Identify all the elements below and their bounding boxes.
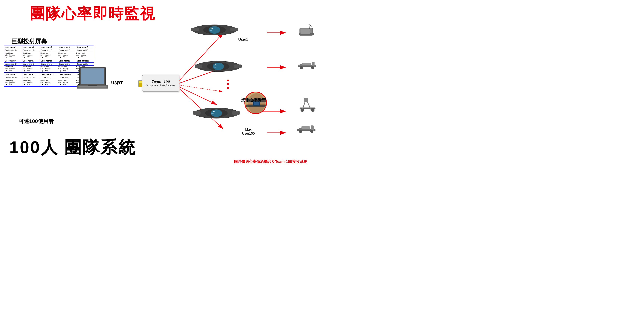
svg-text:Life: Life: [210, 28, 213, 29]
user-name-cell: User name5: [76, 46, 94, 49]
table-row: Heartrate ♥ Heartloadingin% Heartrate ♥ …: [4, 52, 94, 59]
bottom-title: 100人 團隊系統: [9, 136, 136, 159]
loading-label: Heartloadingin%: [9, 66, 14, 71]
svg-rect-39: [232, 111, 240, 115]
heart-icon: ♥: [60, 56, 61, 59]
loading-label: Heartloadingin%: [63, 80, 68, 85]
laptop-image: [76, 66, 108, 92]
device-cell: Device and ID: [58, 49, 76, 52]
loading-label: Heartloadingin%: [45, 66, 50, 71]
svg-point-68: [310, 130, 313, 133]
hr-cell: Heartrate♥ Heartloadingin%: [22, 66, 40, 73]
hr-label: Heartrate: [58, 66, 62, 70]
loading-label: Heartloadingin%: [63, 66, 68, 71]
user100-label: MaxUser100: [242, 128, 255, 136]
user-name-cell: User name3: [40, 46, 58, 49]
user-name-cell: User name13: [40, 73, 58, 76]
heart-icon: ♥: [6, 70, 7, 72]
svg-point-67: [299, 130, 302, 133]
hr-cell: Heartrate ♥ Heartloadingin%: [4, 52, 22, 59]
svg-point-54: [300, 66, 303, 69]
device-cell: Device and ID: [22, 76, 40, 79]
svg-rect-24: [191, 28, 199, 32]
svg-point-18: [227, 87, 229, 89]
main-title: 團隊心率即時監視: [30, 4, 156, 24]
loading-label: Heartloadingin%: [9, 52, 14, 58]
hr-cell: Heartrate ♥ Heartloadingin%: [22, 52, 40, 59]
loading-label: Heartloadingin%: [81, 52, 86, 58]
svg-text:Vibe: Vibe: [213, 66, 216, 68]
hr-cell: Heartrate♥ Heartloadingin%: [58, 79, 76, 86]
svg-rect-25: [230, 28, 238, 32]
svg-rect-4: [88, 85, 97, 86]
svg-rect-32: [234, 65, 242, 68]
svg-text:Vibe: Vibe: [211, 113, 214, 114]
user-name-cell: User name8: [40, 59, 58, 63]
heart-icon: ♥: [60, 70, 61, 72]
user-name-cell: User name6: [4, 59, 22, 63]
device-cell: Device and ID: [40, 63, 58, 66]
equipment-4: [297, 120, 317, 137]
hr-cell: Heartrate ♥ Heartloadingin%: [40, 52, 58, 59]
device-cell: Device and ID: [40, 76, 58, 79]
device-cell: Device and ID: [76, 63, 94, 66]
heart-icon: ♥: [24, 56, 25, 59]
svg-line-49: [309, 24, 313, 27]
table-row: User name6 User name7 User name8 User na…: [4, 59, 94, 63]
users-count-label: 可達100使用者: [19, 118, 54, 125]
hr-cell: Heartrate♥ Heartloadingin%: [4, 66, 22, 73]
svg-rect-38: [193, 111, 200, 115]
hr-cell: Heartrate♥ Heartloadingin%: [58, 66, 76, 73]
hr-strap-1: Life Vibe: [191, 19, 238, 42]
loading-label: Heartloadingin%: [27, 80, 32, 85]
hr-cell: Heartrate♥ Heartloadingin%: [40, 79, 58, 86]
user-name-cell: User name4: [58, 46, 76, 49]
svg-text:Vibe: Vibe: [210, 30, 212, 31]
heart-icon: ♥: [6, 83, 7, 86]
loading-label: Heartloadingin%: [9, 80, 14, 85]
hr-label: Heartrate: [5, 52, 9, 56]
user-name-cell: User name14: [58, 73, 76, 76]
svg-rect-31: [195, 65, 202, 68]
hr-cell: Heartrate ♥ Heartloadingin%: [58, 52, 76, 59]
svg-rect-56: [302, 63, 311, 65]
svg-rect-3: [78, 86, 106, 88]
svg-rect-50: [300, 29, 310, 34]
svg-text:Life: Life: [212, 111, 215, 113]
svg-text:Life: Life: [214, 64, 216, 66]
svg-line-9: [180, 85, 222, 92]
hr-label: Heartrate: [58, 52, 62, 56]
loading-label: Heartloadingin%: [27, 52, 32, 58]
device-cell: Device and ID: [4, 49, 22, 52]
user-name-cell: User name10: [76, 59, 94, 63]
user-name-cell: User name12: [22, 73, 40, 76]
loading-label: Heartloadingin%: [63, 52, 68, 58]
device-cell: Device and ID: [4, 63, 22, 66]
svg-point-55: [311, 66, 314, 69]
hr-strap-2: Life Vibe: [195, 55, 242, 78]
hr-cell: Heartrate♥ Heartloadingin%: [22, 79, 40, 86]
heart-icon: ♥: [24, 70, 25, 72]
loading-label: Heartloadingin%: [45, 52, 50, 58]
heart-icon: ♥: [60, 83, 61, 86]
device-cell: Device and ID: [22, 63, 40, 66]
hr-label: Heartrate: [40, 80, 45, 83]
hr-label: Heartrate: [76, 52, 80, 56]
hr-cell: Heartrate♥ Heartloadingin%: [40, 66, 58, 73]
user-name-cell: User name9: [58, 59, 76, 63]
usb-device-subtitle: Group Heart Rate Receiver: [146, 84, 176, 87]
hr-label: Heartrate: [22, 52, 27, 56]
hr-label: Heartrate: [40, 66, 45, 70]
bottom-notice: 同時傳送心率值給機台及Team-100接收系統: [234, 159, 307, 164]
equipment-2: [298, 56, 318, 74]
hr-label: Heartrate: [22, 80, 27, 83]
svg-point-16: [227, 80, 229, 81]
svg-point-17: [227, 83, 229, 85]
hr-label: Heartrate: [5, 80, 9, 83]
heart-icon: ♥: [78, 56, 79, 59]
user-name-cell: User name1: [4, 46, 22, 49]
usb-device-title: Team -100: [152, 80, 170, 84]
heart-icon: ♥: [24, 83, 25, 86]
device-cell: Device and ID: [40, 49, 58, 52]
hr-label: Heartrate: [22, 66, 27, 70]
